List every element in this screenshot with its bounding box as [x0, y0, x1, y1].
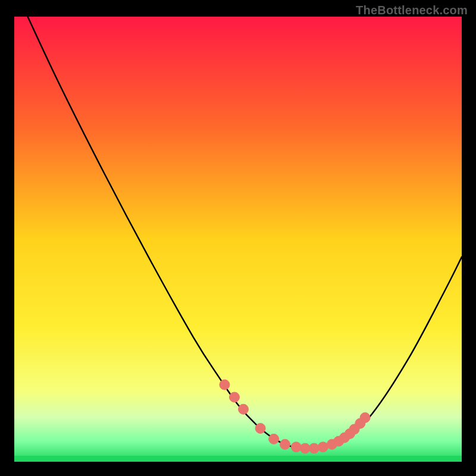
marker-dot [269, 434, 279, 444]
marker-dot [255, 423, 265, 433]
marker-dot [229, 392, 239, 402]
marker-dot [280, 439, 290, 449]
marker-dot [360, 412, 370, 422]
marker-dot [318, 442, 328, 452]
green-band [14, 456, 462, 462]
marker-dot [220, 380, 230, 390]
marker-dot [300, 443, 310, 453]
chart-stage: TheBottleneck.com [0, 0, 476, 476]
marker-dot [291, 442, 301, 452]
chart-svg [0, 0, 476, 476]
marker-dot [239, 404, 249, 414]
marker-dot [309, 443, 319, 453]
